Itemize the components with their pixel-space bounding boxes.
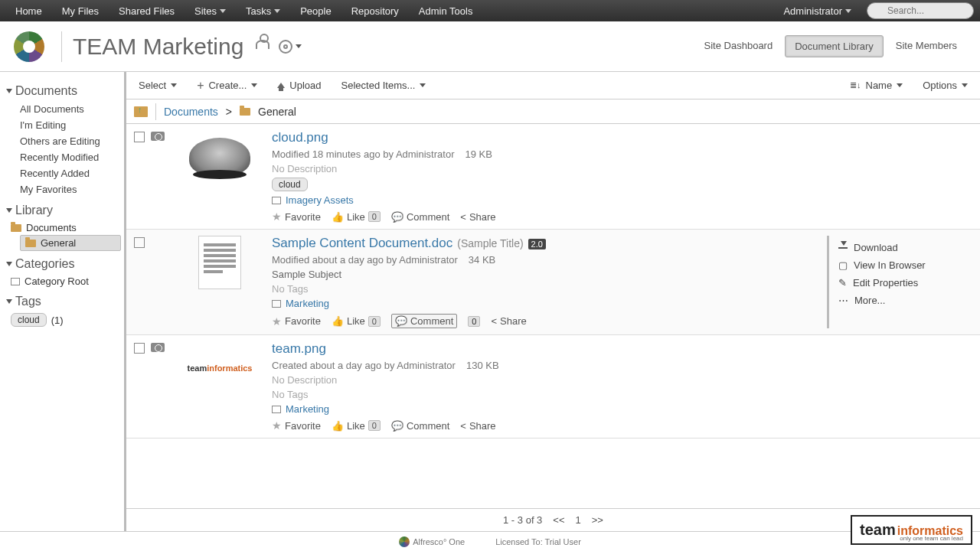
side-recently-modified[interactable]: Recently Modified	[6, 149, 121, 165]
thumbs-up-icon: 👍	[332, 420, 344, 432]
search-input[interactable]	[867, 2, 974, 19]
side-im-editing[interactable]: I'm Editing	[6, 117, 121, 133]
favorite-action[interactable]: ★Favorite	[272, 210, 321, 223]
comment-action[interactable]: 💬Comment	[391, 314, 457, 328]
nav-myfiles[interactable]: My Files	[53, 2, 108, 21]
side-others-editing[interactable]: Others are Editing	[6, 133, 121, 149]
view-browser-action[interactable]: ▢View In Browser	[838, 256, 972, 274]
chevron-down-icon	[171, 83, 177, 87]
version-badge: 2.0	[528, 239, 546, 249]
row-checkbox[interactable]	[134, 132, 145, 142]
doc-subtitle: (Sample Title)	[457, 237, 523, 249]
like-action[interactable]: 👍Like0	[332, 211, 381, 223]
sort-button[interactable]: ≣↓Name	[845, 77, 907, 94]
favorite-action[interactable]: ★Favorite	[272, 419, 321, 432]
tag-cloud[interactable]: cloud(1)	[6, 311, 121, 328]
chevron-down-icon	[220, 9, 226, 13]
doc-row: Sample Content Document.doc(Sample Title…	[126, 230, 980, 335]
like-count: 0	[368, 211, 381, 222]
members-icon[interactable]	[256, 40, 270, 49]
nav-tasks[interactable]: Tasks	[237, 2, 289, 21]
category-icon	[272, 406, 281, 413]
nav-people[interactable]: People	[291, 2, 340, 21]
comment-action[interactable]: 💬Comment	[391, 211, 449, 223]
tree-documents[interactable]: Documents	[6, 220, 121, 235]
cloud-thumb-icon	[189, 138, 250, 176]
pager-prev[interactable]: <<	[553, 514, 564, 526]
doc-category[interactable]: Marketing	[286, 403, 329, 415]
share-icon: <	[491, 315, 497, 327]
nav-admintools[interactable]: Admin Tools	[410, 2, 482, 21]
section-tags[interactable]: Tags	[6, 295, 121, 308]
category-icon	[272, 197, 281, 204]
favorite-action[interactable]: ★Favorite	[272, 315, 321, 328]
create-button[interactable]: +Create...	[192, 76, 262, 96]
sort-icon: ≣↓	[850, 80, 861, 90]
section-library[interactable]: Library	[6, 204, 121, 217]
footer: Alfresco° One Licensed To: Trial User	[0, 531, 980, 551]
like-action[interactable]: 👍Like0	[332, 315, 381, 327]
nav-home[interactable]: Home	[6, 2, 51, 21]
folder-icon	[11, 224, 21, 232]
upload-button[interactable]: Upload	[273, 77, 325, 94]
row-checkbox[interactable]	[134, 237, 145, 248]
chevron-down-icon	[420, 83, 426, 87]
doc-title[interactable]: cloud.png	[272, 130, 972, 145]
share-action[interactable]: <Share	[460, 211, 495, 223]
doc-size: 19 KB	[465, 148, 492, 160]
row-checkbox[interactable]	[134, 343, 145, 354]
share-action[interactable]: <Share	[491, 315, 526, 327]
share-action[interactable]: <Share	[460, 420, 495, 432]
pager-page[interactable]: 1	[576, 514, 581, 526]
up-folder-icon[interactable]	[134, 106, 148, 117]
chevron-down-icon	[296, 44, 302, 48]
doc-category[interactable]: Imagery Assets	[286, 194, 354, 206]
site-title: TEAM Marketing	[73, 34, 243, 60]
tab-site-dashboard[interactable]: Site Dashboard	[695, 35, 782, 57]
nav-sites[interactable]: Sites	[185, 2, 235, 21]
thumbnail[interactable]	[181, 236, 258, 289]
nav-repository[interactable]: Repository	[342, 2, 408, 21]
content-area: Select +Create... Upload Selected Items.…	[126, 72, 980, 531]
chevron-down-icon	[274, 9, 280, 13]
site-header: TEAM Marketing Site Dashboard Document L…	[0, 21, 980, 72]
side-all-documents[interactable]: All Documents	[6, 101, 121, 117]
gear-icon[interactable]	[279, 40, 292, 54]
side-my-favorites[interactable]: My Favorites	[6, 181, 121, 197]
section-documents[interactable]: Documents	[6, 84, 121, 98]
tree-general[interactable]: General	[20, 235, 121, 251]
options-button[interactable]: Options	[918, 77, 972, 94]
doc-title[interactable]: team.png	[272, 341, 972, 357]
side-recently-added[interactable]: Recently Added	[6, 165, 121, 181]
section-categories[interactable]: Categories	[6, 257, 121, 271]
tag-chip[interactable]: cloud	[272, 178, 308, 191]
more-icon: ⋯	[838, 295, 848, 306]
tree-category-root[interactable]: Category Root	[6, 274, 121, 289]
doc-category[interactable]: Marketing	[286, 298, 329, 309]
selected-items-button[interactable]: Selected Items...	[337, 77, 431, 94]
divider	[155, 103, 156, 120]
breadcrumb: Documents > General	[126, 99, 980, 124]
collapse-icon	[6, 208, 12, 213]
doc-title[interactable]: Sample Content Document.doc(Sample Title…	[272, 236, 827, 251]
thumbnail[interactable]: teaminformatics	[181, 341, 258, 395]
breadcrumb-documents[interactable]: Documents	[164, 106, 218, 118]
doc-modified: Modified 18 minutes ago by Administrator	[272, 148, 454, 160]
tab-site-members[interactable]: Site Members	[887, 35, 966, 57]
select-button[interactable]: Select	[134, 77, 181, 94]
nav-sharedfiles[interactable]: Shared Files	[109, 2, 184, 21]
pager-next[interactable]: >>	[592, 514, 603, 526]
top-nav: Home My Files Shared Files Sites Tasks P…	[0, 0, 980, 21]
download-action[interactable]: Download	[838, 239, 972, 256]
breadcrumb-current: General	[258, 106, 296, 118]
comment-action[interactable]: 💬Comment	[391, 420, 449, 432]
thumbnail[interactable]	[181, 130, 258, 184]
doc-size: 34 KB	[469, 254, 495, 266]
more-action[interactable]: ⋯More...	[838, 292, 972, 309]
user-menu[interactable]: Administrator	[774, 2, 861, 21]
footer-logo-icon	[399, 536, 410, 547]
edit-properties-action[interactable]: ✎Edit Properties	[838, 274, 972, 292]
tab-document-library[interactable]: Document Library	[785, 35, 884, 57]
like-action[interactable]: 👍Like0	[332, 420, 381, 432]
doc-row: teaminformatics team.png Created about a…	[126, 335, 980, 439]
